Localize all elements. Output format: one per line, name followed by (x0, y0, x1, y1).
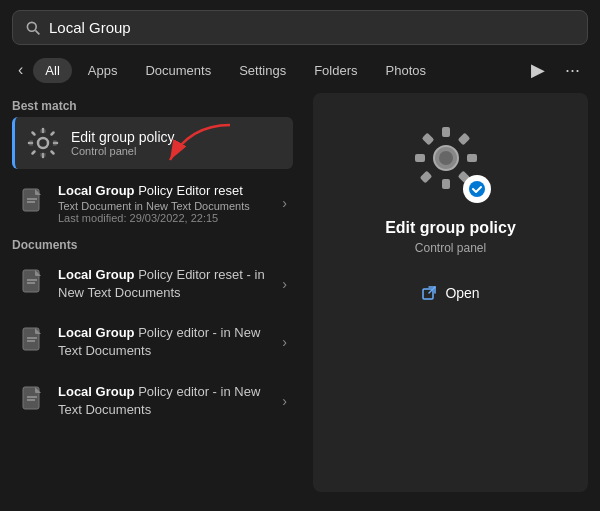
play-button[interactable]: ▶ (523, 55, 553, 85)
svg-line-1 (35, 30, 39, 34)
ds-icon-2 (18, 383, 48, 419)
top-doc-modified: Last modified: 29/03/2022, 22:15 (58, 212, 250, 224)
best-match-title: Edit group policy (71, 129, 175, 145)
documents-label: Documents (12, 238, 293, 252)
svg-point-2 (38, 138, 48, 148)
top-doc-text: Local Group Policy Editor reset Text Doc… (58, 183, 250, 224)
top-doc-item[interactable]: Local Group Policy Editor reset Text Doc… (12, 175, 293, 232)
tab-documents[interactable]: Documents (133, 58, 223, 83)
svg-rect-26 (457, 133, 470, 146)
svg-rect-23 (415, 154, 425, 162)
right-panel: Edit group policy Control panel Open (313, 93, 588, 492)
tab-photos[interactable]: Photos (374, 58, 438, 83)
svg-rect-21 (442, 127, 450, 137)
right-icon-area (411, 123, 491, 203)
doc-icon (18, 185, 48, 221)
open-label: Open (445, 285, 479, 301)
best-match-subtitle: Control panel (71, 145, 175, 157)
tab-settings[interactable]: Settings (227, 58, 298, 83)
doc-section-item-0[interactable]: Local Group Policy Editor reset - inNew … (12, 256, 293, 312)
ds-text-0: Local Group Policy Editor reset - inNew … (58, 266, 282, 302)
best-match-text: Edit group policy Control panel (71, 129, 175, 157)
open-button[interactable]: Open (409, 279, 491, 307)
svg-point-0 (27, 22, 36, 31)
svg-point-29 (439, 151, 453, 165)
doc-section-item-2[interactable]: Local Group Policy editor - in NewText D… (12, 373, 293, 429)
tab-apps[interactable]: Apps (76, 58, 130, 83)
best-match-item[interactable]: Edit group policy Control panel (12, 117, 293, 169)
more-button[interactable]: ··· (557, 56, 588, 85)
gear-icon (25, 125, 61, 161)
right-subtitle: Control panel (415, 241, 486, 255)
top-doc-title: Local Group Policy Editor reset (58, 183, 250, 200)
tab-folders[interactable]: Folders (302, 58, 369, 83)
svg-point-30 (469, 181, 485, 197)
chevron-icon: › (282, 195, 287, 211)
ds-icon-0 (18, 266, 48, 302)
svg-rect-25 (421, 133, 434, 146)
top-doc-subtitle: Text Document in New Text Documents (58, 200, 250, 212)
ds-text-2: Local Group Policy editor - in NewText D… (58, 383, 282, 419)
svg-rect-24 (467, 154, 477, 162)
check-badge (463, 175, 491, 203)
back-button[interactable]: ‹ (12, 57, 29, 83)
svg-rect-22 (442, 179, 450, 189)
search-icon (25, 20, 41, 36)
filter-tabs: ‹ All Apps Documents Settings Folders Ph… (0, 55, 600, 85)
ds-text-1: Local Group Policy editor - in NewText D… (58, 324, 282, 360)
chevron-icon: › (282, 393, 287, 409)
right-title: Edit group policy (385, 219, 516, 237)
ds-icon-1 (18, 324, 48, 360)
open-icon (421, 285, 437, 301)
best-match-label: Best match (12, 99, 293, 113)
tab-all[interactable]: All (33, 58, 71, 83)
left-panel: Best match Edit group policy Control pan… (0, 93, 305, 504)
chevron-icon: › (282, 334, 287, 350)
doc-section-item-1[interactable]: Local Group Policy editor - in NewText D… (12, 314, 293, 370)
search-input[interactable] (49, 19, 575, 36)
svg-rect-27 (419, 171, 432, 184)
main-layout: Best match Edit group policy Control pan… (0, 93, 600, 504)
chevron-icon: › (282, 276, 287, 292)
search-bar[interactable] (12, 10, 588, 45)
